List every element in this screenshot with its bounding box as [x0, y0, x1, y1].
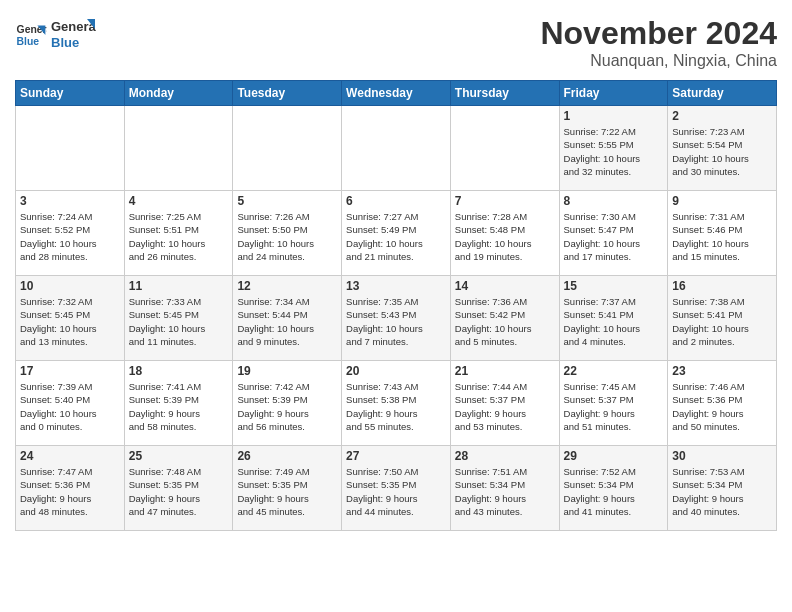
day-number: 7: [455, 194, 555, 208]
calendar-cell: 27Sunrise: 7:50 AM Sunset: 5:35 PM Dayli…: [342, 446, 451, 531]
day-number: 22: [564, 364, 664, 378]
day-number: 21: [455, 364, 555, 378]
col-header-saturday: Saturday: [668, 81, 777, 106]
day-number: 19: [237, 364, 337, 378]
day-number: 25: [129, 449, 229, 463]
calendar-week-0: 1Sunrise: 7:22 AM Sunset: 5:55 PM Daylig…: [16, 106, 777, 191]
day-info: Sunrise: 7:42 AM Sunset: 5:39 PM Dayligh…: [237, 380, 337, 433]
day-number: 14: [455, 279, 555, 293]
day-info: Sunrise: 7:49 AM Sunset: 5:35 PM Dayligh…: [237, 465, 337, 518]
calendar-cell: 28Sunrise: 7:51 AM Sunset: 5:34 PM Dayli…: [450, 446, 559, 531]
day-info: Sunrise: 7:45 AM Sunset: 5:37 PM Dayligh…: [564, 380, 664, 433]
day-info: Sunrise: 7:46 AM Sunset: 5:36 PM Dayligh…: [672, 380, 772, 433]
day-info: Sunrise: 7:25 AM Sunset: 5:51 PM Dayligh…: [129, 210, 229, 263]
calendar-cell: [16, 106, 125, 191]
day-info: Sunrise: 7:53 AM Sunset: 5:34 PM Dayligh…: [672, 465, 772, 518]
calendar-table: SundayMondayTuesdayWednesdayThursdayFrid…: [15, 80, 777, 531]
calendar-cell: 6Sunrise: 7:27 AM Sunset: 5:49 PM Daylig…: [342, 191, 451, 276]
title-block: November 2024 Nuanquan, Ningxia, China: [540, 15, 777, 70]
day-number: 4: [129, 194, 229, 208]
day-info: Sunrise: 7:39 AM Sunset: 5:40 PM Dayligh…: [20, 380, 120, 433]
day-number: 8: [564, 194, 664, 208]
day-info: Sunrise: 7:31 AM Sunset: 5:46 PM Dayligh…: [672, 210, 772, 263]
day-info: Sunrise: 7:22 AM Sunset: 5:55 PM Dayligh…: [564, 125, 664, 178]
calendar-cell: 15Sunrise: 7:37 AM Sunset: 5:41 PM Dayli…: [559, 276, 668, 361]
day-number: 29: [564, 449, 664, 463]
calendar-cell: 3Sunrise: 7:24 AM Sunset: 5:52 PM Daylig…: [16, 191, 125, 276]
calendar-cell: 20Sunrise: 7:43 AM Sunset: 5:38 PM Dayli…: [342, 361, 451, 446]
day-info: Sunrise: 7:26 AM Sunset: 5:50 PM Dayligh…: [237, 210, 337, 263]
col-header-monday: Monday: [124, 81, 233, 106]
calendar-cell: 21Sunrise: 7:44 AM Sunset: 5:37 PM Dayli…: [450, 361, 559, 446]
calendar-cell: [124, 106, 233, 191]
col-header-friday: Friday: [559, 81, 668, 106]
col-header-wednesday: Wednesday: [342, 81, 451, 106]
day-info: Sunrise: 7:43 AM Sunset: 5:38 PM Dayligh…: [346, 380, 446, 433]
calendar-week-3: 17Sunrise: 7:39 AM Sunset: 5:40 PM Dayli…: [16, 361, 777, 446]
col-header-tuesday: Tuesday: [233, 81, 342, 106]
day-number: 6: [346, 194, 446, 208]
calendar-cell: [342, 106, 451, 191]
day-number: 12: [237, 279, 337, 293]
day-number: 28: [455, 449, 555, 463]
col-header-thursday: Thursday: [450, 81, 559, 106]
calendar-cell: 22Sunrise: 7:45 AM Sunset: 5:37 PM Dayli…: [559, 361, 668, 446]
logo-svg: General Blue: [51, 15, 96, 55]
day-number: 10: [20, 279, 120, 293]
day-info: Sunrise: 7:50 AM Sunset: 5:35 PM Dayligh…: [346, 465, 446, 518]
day-number: 11: [129, 279, 229, 293]
day-info: Sunrise: 7:52 AM Sunset: 5:34 PM Dayligh…: [564, 465, 664, 518]
day-number: 23: [672, 364, 772, 378]
day-info: Sunrise: 7:28 AM Sunset: 5:48 PM Dayligh…: [455, 210, 555, 263]
day-info: Sunrise: 7:48 AM Sunset: 5:35 PM Dayligh…: [129, 465, 229, 518]
day-number: 24: [20, 449, 120, 463]
svg-text:Blue: Blue: [51, 35, 79, 50]
calendar-cell: 11Sunrise: 7:33 AM Sunset: 5:45 PM Dayli…: [124, 276, 233, 361]
day-number: 20: [346, 364, 446, 378]
calendar-cell: 1Sunrise: 7:22 AM Sunset: 5:55 PM Daylig…: [559, 106, 668, 191]
calendar-week-1: 3Sunrise: 7:24 AM Sunset: 5:52 PM Daylig…: [16, 191, 777, 276]
calendar-cell: 23Sunrise: 7:46 AM Sunset: 5:36 PM Dayli…: [668, 361, 777, 446]
day-info: Sunrise: 7:33 AM Sunset: 5:45 PM Dayligh…: [129, 295, 229, 348]
day-number: 27: [346, 449, 446, 463]
day-number: 3: [20, 194, 120, 208]
calendar-week-4: 24Sunrise: 7:47 AM Sunset: 5:36 PM Dayli…: [16, 446, 777, 531]
calendar-cell: 14Sunrise: 7:36 AM Sunset: 5:42 PM Dayli…: [450, 276, 559, 361]
day-number: 5: [237, 194, 337, 208]
calendar-cell: 12Sunrise: 7:34 AM Sunset: 5:44 PM Dayli…: [233, 276, 342, 361]
col-header-sunday: Sunday: [16, 81, 125, 106]
calendar-cell: [450, 106, 559, 191]
day-info: Sunrise: 7:27 AM Sunset: 5:49 PM Dayligh…: [346, 210, 446, 263]
calendar-header: SundayMondayTuesdayWednesdayThursdayFrid…: [16, 81, 777, 106]
page-header: General Blue General Blue November 2024 …: [15, 15, 777, 70]
logo: General Blue General Blue: [15, 15, 96, 55]
calendar-cell: 17Sunrise: 7:39 AM Sunset: 5:40 PM Dayli…: [16, 361, 125, 446]
day-info: Sunrise: 7:24 AM Sunset: 5:52 PM Dayligh…: [20, 210, 120, 263]
calendar-cell: 10Sunrise: 7:32 AM Sunset: 5:45 PM Dayli…: [16, 276, 125, 361]
day-info: Sunrise: 7:47 AM Sunset: 5:36 PM Dayligh…: [20, 465, 120, 518]
day-info: Sunrise: 7:23 AM Sunset: 5:54 PM Dayligh…: [672, 125, 772, 178]
calendar-cell: 30Sunrise: 7:53 AM Sunset: 5:34 PM Dayli…: [668, 446, 777, 531]
day-info: Sunrise: 7:36 AM Sunset: 5:42 PM Dayligh…: [455, 295, 555, 348]
day-info: Sunrise: 7:34 AM Sunset: 5:44 PM Dayligh…: [237, 295, 337, 348]
day-info: Sunrise: 7:51 AM Sunset: 5:34 PM Dayligh…: [455, 465, 555, 518]
calendar-cell: 26Sunrise: 7:49 AM Sunset: 5:35 PM Dayli…: [233, 446, 342, 531]
calendar-cell: 7Sunrise: 7:28 AM Sunset: 5:48 PM Daylig…: [450, 191, 559, 276]
calendar-cell: 19Sunrise: 7:42 AM Sunset: 5:39 PM Dayli…: [233, 361, 342, 446]
month-title: November 2024: [540, 15, 777, 52]
day-info: Sunrise: 7:32 AM Sunset: 5:45 PM Dayligh…: [20, 295, 120, 348]
day-number: 30: [672, 449, 772, 463]
day-info: Sunrise: 7:37 AM Sunset: 5:41 PM Dayligh…: [564, 295, 664, 348]
calendar-cell: 2Sunrise: 7:23 AM Sunset: 5:54 PM Daylig…: [668, 106, 777, 191]
calendar-cell: 5Sunrise: 7:26 AM Sunset: 5:50 PM Daylig…: [233, 191, 342, 276]
day-number: 18: [129, 364, 229, 378]
day-number: 1: [564, 109, 664, 123]
day-info: Sunrise: 7:30 AM Sunset: 5:47 PM Dayligh…: [564, 210, 664, 263]
day-number: 16: [672, 279, 772, 293]
day-number: 15: [564, 279, 664, 293]
day-number: 13: [346, 279, 446, 293]
calendar-cell: [233, 106, 342, 191]
day-number: 26: [237, 449, 337, 463]
svg-text:Blue: Blue: [17, 36, 40, 47]
calendar-cell: 25Sunrise: 7:48 AM Sunset: 5:35 PM Dayli…: [124, 446, 233, 531]
